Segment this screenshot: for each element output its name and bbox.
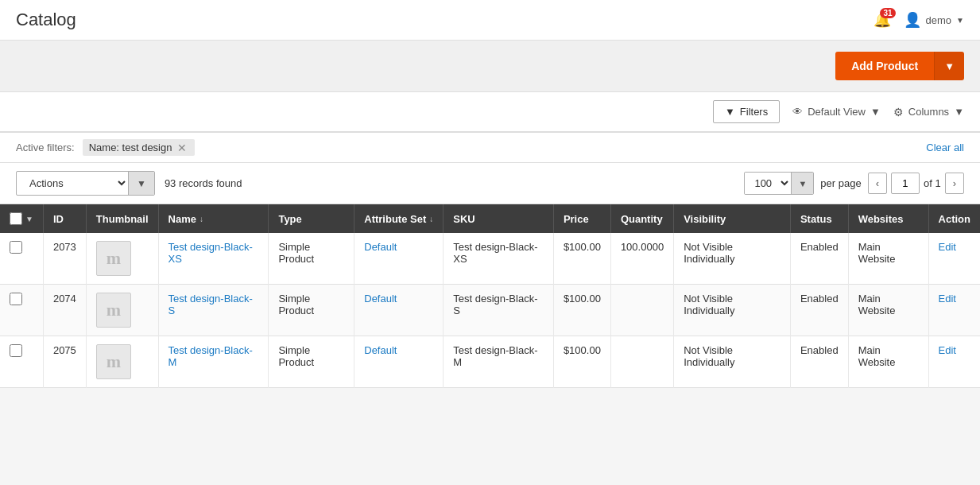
actions-bar: Actions ▼ 93 records found 100 ▼ per pag… <box>0 163 980 204</box>
cell-name: Test design-Black-XS <box>158 233 269 285</box>
cell-id: 2074 <box>43 285 86 336</box>
view-button[interactable]: 👁 Default View ▼ <box>792 106 881 118</box>
add-product-button-group: Add Product ▼ <box>835 52 964 80</box>
actions-left: Actions ▼ 93 records found <box>16 171 242 196</box>
magento-icon: m <box>107 300 121 320</box>
pager-of-label: of 1 <box>924 177 941 189</box>
actions-select[interactable]: Actions <box>17 172 128 195</box>
cell-visibility: Not Visible Individually <box>674 285 791 336</box>
add-product-dropdown-button[interactable]: ▼ <box>934 52 964 80</box>
cell-quantity <box>610 285 673 336</box>
actions-arrow-button[interactable]: ▼ <box>128 172 154 195</box>
product-name: Test design-Black-XS <box>168 241 253 265</box>
thumbnail-image: m <box>96 241 131 276</box>
filter-bar: ▼ Filters 👁 Default View ▼ ⚙ Columns ▼ <box>0 92 980 132</box>
th-websites: Websites <box>848 204 928 233</box>
columns-button[interactable]: ⚙ Columns ▼ <box>893 106 964 118</box>
cell-thumbnail: m <box>86 233 158 285</box>
th-name: Name ↓ <box>158 204 269 233</box>
cell-id: 2075 <box>43 336 86 388</box>
cell-action: Edit <box>928 233 980 285</box>
row-checkbox-2[interactable] <box>10 344 22 357</box>
th-action: Action <box>928 204 980 233</box>
cell-type: Simple Product <box>269 285 354 336</box>
row-checkbox-1[interactable] <box>10 293 22 305</box>
view-chevron-icon: ▼ <box>870 106 881 118</box>
add-product-button[interactable]: Add Product <box>835 52 934 80</box>
table-header-row: ▼ ID Thumbnail Name ↓ Type Attribute Set… <box>0 204 980 233</box>
cell-attribute-set: Default <box>354 285 444 336</box>
cell-checkbox <box>0 285 43 336</box>
filter-tag: Name: test design ✕ <box>83 139 196 156</box>
cell-websites: Main Website <box>848 336 928 388</box>
table-row: 2073 m Test design-Black-XS Simple Produ… <box>0 233 980 285</box>
edit-link[interactable]: Edit <box>939 293 956 305</box>
magento-icon: m <box>107 248 121 269</box>
th-type: Type <box>269 204 354 233</box>
cell-name: Test design-Black-M <box>158 336 269 388</box>
attribute-sort-icon[interactable]: ↓ <box>429 215 433 223</box>
filters-button[interactable]: ▼ Filters <box>713 100 780 123</box>
clear-all-button[interactable]: Clear all <box>926 142 964 153</box>
pager: ‹ of 1 › <box>868 173 964 194</box>
th-type-label: Type <box>278 213 301 225</box>
th-websites-label: Websites <box>858 213 904 225</box>
cell-websites: Main Website <box>848 233 928 285</box>
pager-prev-button[interactable]: ‹ <box>868 173 887 194</box>
edit-link[interactable]: Edit <box>939 241 956 253</box>
cell-status: Enabled <box>790 336 848 388</box>
per-page-label: per page <box>820 177 861 189</box>
columns-label: Columns <box>908 106 949 118</box>
active-filters-bar: Active filters: Name: test design ✕ Clea… <box>0 133 980 163</box>
active-filters-label: Active filters: <box>16 142 75 153</box>
user-name: demo <box>926 14 952 26</box>
table-row: 2075 m Test design-Black-M Simple Produc… <box>0 336 980 388</box>
select-all-checkbox[interactable] <box>10 212 22 225</box>
cell-visibility: Not Visible Individually <box>674 233 791 285</box>
top-bar: Catalog 🔔 31 👤 demo ▼ <box>0 0 980 41</box>
top-right: 🔔 31 👤 demo ▼ <box>873 11 964 29</box>
th-status-label: Status <box>800 213 832 225</box>
notification-button[interactable]: 🔔 31 <box>873 11 891 29</box>
per-page-arrow-button[interactable]: ▼ <box>791 173 813 194</box>
th-sku-label: SKU <box>453 213 475 225</box>
cell-thumbnail: m <box>86 285 158 336</box>
row-checkbox-0[interactable] <box>10 241 22 254</box>
th-attribute-set-label: Attribute Set <box>364 213 426 225</box>
toolbar-bar: Add Product ▼ <box>0 41 980 92</box>
th-attribute-set: Attribute Set ↓ <box>354 204 444 233</box>
cell-sku: Test design-Black-XS <box>444 233 554 285</box>
table-row: 2074 m Test design-Black-S Simple Produc… <box>0 285 980 336</box>
actions-dropdown: Actions ▼ <box>16 171 155 196</box>
thumbnail-image: m <box>96 344 131 379</box>
actions-right: 100 ▼ per page ‹ of 1 › <box>744 172 964 195</box>
cell-thumbnail: m <box>86 336 158 388</box>
magento-icon: m <box>107 351 121 372</box>
cell-sku: Test design-Black-S <box>444 285 554 336</box>
th-price-label: Price <box>564 213 589 225</box>
th-price: Price <box>553 204 610 233</box>
th-thumbnail-label: Thumbnail <box>96 213 149 225</box>
columns-chevron-icon: ▼ <box>954 106 964 118</box>
filter-tag-close-button[interactable]: ✕ <box>176 142 188 153</box>
view-label: Default View <box>808 106 866 118</box>
per-page-select[interactable]: 100 <box>745 173 791 194</box>
cell-quantity: 100.0000 <box>610 233 673 285</box>
sort-icon[interactable]: ↓ <box>199 215 203 223</box>
cell-action: Edit <box>928 336 980 388</box>
cell-price: $100.00 <box>553 336 610 388</box>
records-count: 93 records found <box>165 177 242 189</box>
select-all-arrow[interactable]: ▼ <box>25 215 33 223</box>
filter-icon: ▼ <box>725 106 735 118</box>
active-filters-left: Active filters: Name: test design ✕ <box>16 139 195 156</box>
cell-price: $100.00 <box>553 285 610 336</box>
user-menu[interactable]: 👤 demo ▼ <box>904 11 964 29</box>
cell-type: Simple Product <box>269 336 354 388</box>
pager-next-button[interactable]: › <box>945 173 964 194</box>
th-action-label: Action <box>939 213 970 225</box>
cell-attribute-set: Default <box>354 233 444 285</box>
pager-page-input[interactable] <box>891 173 920 194</box>
cell-status: Enabled <box>790 233 848 285</box>
edit-link[interactable]: Edit <box>939 344 956 356</box>
thumbnail-image: m <box>96 293 131 328</box>
